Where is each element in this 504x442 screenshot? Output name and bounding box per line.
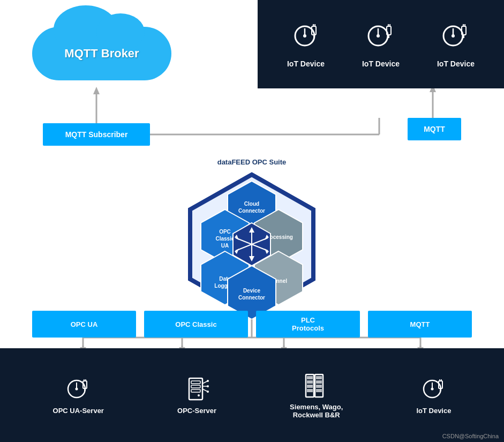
bottom-devices-panel: OPC UA-Server OPC-Server [0,348,504,442]
bottom-iot-icon [420,376,447,402]
svg-rect-95 [307,385,313,388]
opc-ua-label: OPC UA [71,320,98,328]
cloud-shape: MQTT Broker [32,27,171,80]
iot-device-1-label: IoT Device [287,59,325,68]
plc-protocols-label: PLCProtocols [292,316,324,332]
svg-text:Cloud: Cloud [244,201,259,207]
opc-ua-server-icon [65,376,92,402]
protocol-row: OPC UA OPC Classic PLCProtocols MQTT [32,311,472,338]
mqtt-bottom-box: MQTT [368,311,472,338]
svg-rect-101 [316,389,322,392]
iot-device-2-label: IoT Device [362,59,400,68]
datafeed-container: dataFEED OPC Suite Cloud Connector OPC C… [161,158,343,319]
svg-rect-99 [316,380,322,384]
mqtt-bottom-label: MQTT [410,320,430,328]
svg-text:Classic: Classic [215,236,234,242]
svg-rect-96 [307,389,313,392]
opc-server-item: OPC-Server [177,376,216,415]
svg-rect-100 [316,385,322,388]
mqtt-top-right-box: MQTT [408,118,461,140]
iot-icon-3 [441,21,471,55]
iot-device-2: IoT Device [362,21,400,68]
datafeed-label: dataFEED OPC Suite [161,158,343,166]
mqtt-top-right-label: MQTT [424,125,445,133]
cloud-label: MQTT Broker [64,47,139,61]
svg-text:Device: Device [243,288,261,294]
svg-point-85 [198,394,200,396]
svg-point-76 [76,388,78,391]
plc-protocols-box: PLCProtocols [256,311,360,338]
svg-rect-93 [307,376,313,379]
svg-text:OPC: OPC [219,229,231,235]
watermark: CSDN@SoftingChina [442,433,499,439]
opc-ua-server-item: OPC UA-Server [53,376,104,415]
bottom-iot-device-item: IoT Device [416,376,451,415]
svg-point-90 [207,385,209,387]
svg-text:Connector: Connector [238,208,265,214]
iot-icon-2 [366,21,396,55]
svg-point-33 [377,34,380,38]
opc-classic-label: OPC Classic [175,320,216,328]
plc-item: Siemens, Wago,Rockwell B&R [290,372,343,419]
bottom-iot-label: IoT Device [416,407,451,415]
iot-devices-panel: IoT Device IoT Device [258,0,504,88]
opc-server-icon [184,376,210,402]
plc-icon [303,372,330,399]
iot-device-1: IoT Device [287,21,325,68]
svg-text:Connector: Connector [238,295,265,301]
opc-ua-server-label: OPC UA-Server [53,407,104,415]
iot-device-3-label: IoT Device [437,59,475,68]
plc-label: Siemens, Wago,Rockwell B&R [290,403,343,419]
opc-classic-box: OPC Classic [144,311,248,338]
svg-point-91 [207,391,209,393]
mqtt-subscriber-label: MQTT Subscriber [65,130,128,139]
datafeed-svg: Cloud Connector OPC Classic UA Processin… [171,169,332,319]
svg-rect-83 [191,385,200,388]
svg-rect-98 [316,376,322,379]
opc-server-label: OPC-Server [177,407,216,415]
svg-rect-82 [191,381,200,384]
svg-rect-84 [191,389,200,392]
svg-point-40 [452,34,455,38]
iot-device-3: IoT Device [437,21,475,68]
iot-icon-1 [291,21,321,55]
svg-point-89 [207,380,209,382]
watermark-text: CSDN@SoftingChina [442,433,499,439]
opc-ua-box: OPC UA [32,311,136,338]
svg-point-104 [431,388,433,391]
mqtt-subscriber-box: MQTT Subscriber [43,123,150,146]
cloud-container: MQTT Broker [16,11,187,96]
svg-point-26 [303,34,306,38]
svg-text:UA: UA [221,243,229,249]
svg-rect-94 [307,380,313,384]
